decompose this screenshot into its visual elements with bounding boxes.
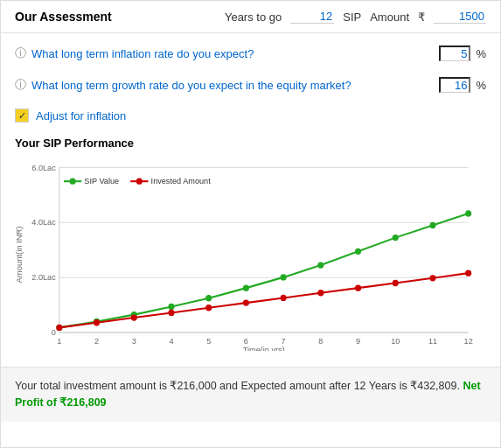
svg-text:2.0Lac: 2.0Lac	[31, 273, 56, 282]
svg-point-47	[243, 299, 249, 305]
body: ⓘ What long term inflation rate do you e…	[1, 33, 500, 367]
question-2-text: What long term growth rate do you expect…	[31, 79, 434, 92]
svg-text:SIP Value: SIP Value	[84, 177, 119, 186]
growth-input[interactable]	[439, 77, 470, 93]
years-label: Years to go	[225, 10, 282, 24]
svg-point-46	[205, 304, 212, 311]
svg-point-34	[205, 295, 212, 301]
svg-point-42	[56, 325, 62, 331]
performance-title: Your SIP Performance	[15, 136, 486, 150]
svg-text:Time(in yrs): Time(in yrs)	[243, 346, 285, 351]
svg-text:10: 10	[391, 337, 400, 346]
svg-point-51	[393, 280, 399, 286]
question-1-text: What long term inflation rate do you exp…	[31, 47, 434, 60]
svg-point-52	[429, 275, 435, 281]
svg-point-35	[243, 284, 249, 290]
adjust-row: ✓ Adjust for inflation	[15, 108, 486, 122]
svg-point-37	[317, 262, 324, 268]
svg-point-40	[429, 222, 435, 228]
inflation-unit: %	[476, 47, 486, 60]
svg-text:12: 12	[464, 337, 473, 346]
svg-text:6: 6	[244, 337, 248, 346]
svg-text:3: 3	[132, 337, 136, 346]
info-icon-1[interactable]: ⓘ	[15, 46, 26, 61]
svg-text:8: 8	[318, 337, 323, 346]
svg-point-43	[94, 319, 100, 326]
rupee-symbol: ₹	[418, 10, 425, 24]
chart-container: Amount(in INR) 0 2.0Lac 4.0Lac 6.0Lac	[15, 158, 486, 351]
svg-point-45	[168, 310, 174, 316]
inflation-input[interactable]	[439, 46, 470, 61]
footer-bar: Your total investment amount is ₹216,000…	[1, 367, 500, 422]
info-icon-2[interactable]: ⓘ	[15, 77, 26, 93]
svg-point-25	[70, 178, 76, 185]
svg-text:4.0Lac: 4.0Lac	[31, 218, 56, 227]
svg-text:Invested Amount: Invested Amount	[151, 177, 212, 186]
svg-point-49	[317, 290, 324, 296]
svg-point-48	[281, 295, 287, 301]
svg-text:4: 4	[169, 337, 173, 346]
svg-text:1: 1	[57, 337, 61, 346]
header-title: Our Assessment	[15, 10, 216, 24]
question-1-row: ⓘ What long term inflation rate do you e…	[15, 46, 486, 61]
footer-text: Your total investment amount is ₹216,000…	[15, 380, 463, 392]
svg-point-28	[136, 178, 143, 185]
svg-text:2: 2	[94, 337, 99, 346]
svg-point-50	[355, 284, 361, 290]
question-2-row: ⓘ What long term growth rate do you expe…	[15, 77, 486, 93]
svg-text:Amount(in INR): Amount(in INR)	[15, 227, 24, 284]
svg-text:9: 9	[356, 337, 360, 346]
assessment-card: Our Assessment Years to go SIP Amount ₹ …	[0, 0, 501, 448]
amount-label: Amount	[370, 10, 409, 24]
svg-text:11: 11	[428, 337, 437, 346]
svg-point-41	[465, 210, 471, 216]
svg-text:0: 0	[52, 328, 56, 337]
adjust-checkbox[interactable]: ✓	[15, 108, 29, 122]
svg-text:5: 5	[206, 337, 211, 346]
svg-text:7: 7	[282, 337, 286, 346]
header: Our Assessment Years to go SIP Amount ₹	[1, 1, 500, 33]
svg-point-36	[281, 274, 287, 280]
sip-amount-input[interactable]	[434, 10, 486, 24]
svg-point-53	[465, 270, 471, 276]
chart-svg: Amount(in INR) 0 2.0Lac 4.0Lac 6.0Lac	[15, 158, 486, 351]
adjust-label[interactable]: Adjust for inflation	[36, 109, 126, 122]
svg-point-33	[168, 304, 174, 310]
growth-unit: %	[476, 79, 486, 92]
svg-point-38	[355, 248, 361, 255]
svg-point-44	[131, 314, 137, 320]
sip-label: SIP	[343, 10, 361, 24]
svg-text:6.0Lac: 6.0Lac	[31, 164, 56, 172]
svg-point-39	[393, 234, 399, 241]
years-input[interactable]	[290, 10, 334, 24]
